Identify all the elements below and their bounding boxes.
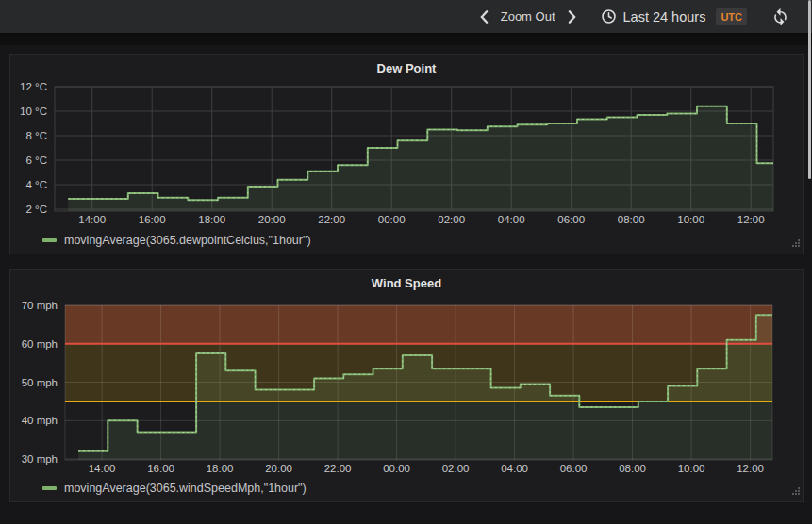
svg-text:70 mph: 70 mph <box>22 300 58 311</box>
chevron-left-icon <box>480 10 489 24</box>
svg-text:16:00: 16:00 <box>147 463 174 474</box>
svg-text:06:00: 06:00 <box>557 214 585 225</box>
svg-text:02:00: 02:00 <box>438 214 465 225</box>
svg-text:20:00: 20:00 <box>265 463 292 474</box>
svg-text:50 mph: 50 mph <box>22 377 58 388</box>
svg-text:00:00: 00:00 <box>378 214 406 225</box>
time-range-back-button[interactable] <box>480 10 489 24</box>
svg-text:30 mph: 30 mph <box>22 453 58 465</box>
wind-speed-legend-item[interactable]: movingAverage(3065.windSpeedMph,"1hour") <box>42 482 307 495</box>
series-name-label: movingAverage(3065.dewpointCelcius,"1hou… <box>64 234 311 247</box>
svg-text:18:00: 18:00 <box>207 463 234 474</box>
svg-text:60 mph: 60 mph <box>22 338 58 350</box>
svg-text:16:00: 16:00 <box>139 214 166 225</box>
svg-text:18:00: 18:00 <box>198 214 225 225</box>
scrollbar-thumb[interactable] <box>808 0 811 179</box>
time-range-label: Last 24 hours <box>623 9 706 25</box>
svg-text:00:00: 00:00 <box>383 463 410 474</box>
svg-text:8 °C: 8 °C <box>26 130 48 141</box>
svg-text:06:00: 06:00 <box>560 463 588 474</box>
svg-text:14:00: 14:00 <box>89 463 116 474</box>
dew-point-chart[interactable]: 2 °C4 °C6 °C8 °C10 °C12 °C14:0016:0018:0… <box>10 55 804 255</box>
svg-text:40 mph: 40 mph <box>22 415 58 426</box>
svg-text:02:00: 02:00 <box>442 463 470 474</box>
svg-text:10:00: 10:00 <box>677 214 704 225</box>
dew-point-panel: Dew Point 2 °C4 °C6 °C8 °C10 °C12 °C14:0… <box>9 54 804 254</box>
panel-resize-handle[interactable] <box>791 235 801 252</box>
svg-text:6 °C: 6 °C <box>26 155 48 166</box>
wind-speed-panel: Wind Speed 30 mph40 mph50 mph60 mph70 mp… <box>9 269 804 502</box>
dew-point-panel-title[interactable]: Dew Point <box>10 61 803 75</box>
svg-text:22:00: 22:00 <box>318 214 345 225</box>
svg-text:22:00: 22:00 <box>324 463 352 474</box>
svg-text:12:00: 12:00 <box>737 463 764 474</box>
svg-text:10 °C: 10 °C <box>20 106 47 117</box>
svg-text:12:00: 12:00 <box>737 214 765 225</box>
time-picker-toolbar: Zoom Out Last 24 hours UTC <box>0 0 812 36</box>
svg-text:20:00: 20:00 <box>258 214 286 225</box>
series-color-marker <box>42 238 57 242</box>
svg-text:08:00: 08:00 <box>618 214 645 225</box>
dew-point-legend-item[interactable]: movingAverage(3065.dewpointCelcius,"1hou… <box>42 234 311 247</box>
svg-text:12 °C: 12 °C <box>20 81 47 92</box>
panel-resize-handle[interactable] <box>791 483 801 499</box>
wind-speed-chart[interactable]: 30 mph40 mph50 mph60 mph70 mph14:0016:00… <box>10 270 804 503</box>
series-color-marker <box>42 486 57 490</box>
timezone-badge[interactable]: UTC <box>716 8 747 25</box>
refresh-icon <box>771 8 789 25</box>
refresh-button[interactable] <box>771 8 789 25</box>
svg-text:14:00: 14:00 <box>78 214 106 225</box>
clock-icon <box>601 8 617 25</box>
svg-text:04:00: 04:00 <box>501 463 528 474</box>
time-range-picker[interactable]: Last 24 hours UTC <box>601 8 747 25</box>
svg-text:10:00: 10:00 <box>678 463 705 474</box>
wind-speed-panel-title[interactable]: Wind Speed <box>10 276 803 290</box>
svg-text:4 °C: 4 °C <box>26 179 48 190</box>
chevron-right-icon <box>568 10 576 24</box>
svg-text:04:00: 04:00 <box>498 214 525 225</box>
scrollbar-track[interactable] <box>806 0 812 524</box>
svg-text:2 °C: 2 °C <box>26 204 48 215</box>
zoom-out-label: Zoom Out <box>501 9 555 24</box>
zoom-out-button[interactable]: Zoom Out <box>501 9 555 24</box>
toolbar-divider <box>0 36 812 45</box>
svg-text:08:00: 08:00 <box>619 463 646 474</box>
time-range-forward-button[interactable] <box>568 10 576 24</box>
series-name-label: movingAverage(3065.windSpeedMph,"1hour") <box>64 482 307 495</box>
